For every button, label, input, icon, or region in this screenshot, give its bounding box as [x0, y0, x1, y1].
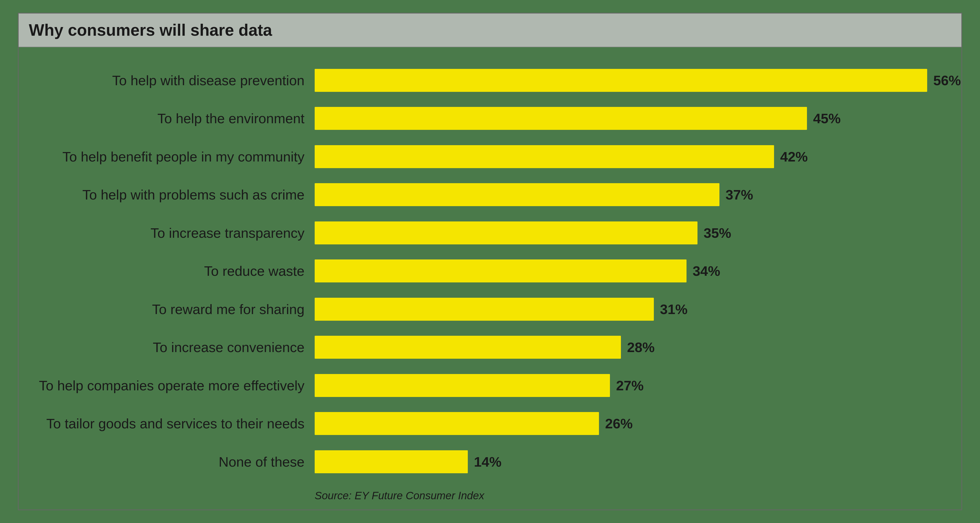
- bar-fill: [315, 107, 807, 130]
- bar-label: To reduce waste: [34, 263, 315, 279]
- bar-track: 14%: [315, 450, 946, 473]
- bar-row: To help companies operate more effective…: [34, 370, 946, 401]
- bar-fill: [315, 259, 687, 282]
- bar-row: To help with problems such as crime37%: [34, 180, 946, 210]
- bar-label: To reward me for sharing: [34, 301, 315, 317]
- chart-source: Source: EY Future Consumer Index: [34, 485, 946, 504]
- bar-row: To help the environment45%: [34, 103, 946, 134]
- bar-row: To tailor goods and services to their ne…: [34, 408, 946, 439]
- bar-row: None of these14%: [34, 447, 946, 477]
- bar-track: 45%: [315, 107, 946, 130]
- bar-track: 28%: [315, 336, 946, 359]
- bar-fill: [315, 221, 697, 245]
- bar-value: 27%: [616, 378, 644, 393]
- bar-value: 28%: [627, 339, 655, 355]
- bar-label: To increase transparency: [34, 225, 315, 241]
- bar-label: To increase convenience: [34, 339, 315, 355]
- bar-fill: [315, 298, 654, 321]
- chart-container: Why consumers will share data To help wi…: [18, 13, 962, 510]
- bar-track: 56%: [315, 69, 961, 92]
- bar-row: To reward me for sharing31%: [34, 294, 946, 324]
- bar-track: 26%: [315, 412, 946, 435]
- bar-track: 27%: [315, 374, 946, 397]
- bar-label: None of these: [34, 454, 315, 470]
- bar-fill: [315, 374, 610, 397]
- bar-value: 14%: [474, 454, 501, 470]
- bar-value: 26%: [605, 416, 633, 431]
- bar-row: To increase convenience28%: [34, 332, 946, 362]
- bar-label: To help with disease prevention: [34, 72, 315, 88]
- bar-value: 45%: [813, 110, 841, 126]
- bar-row: To increase transparency35%: [34, 218, 946, 248]
- bar-value: 31%: [660, 301, 687, 317]
- chart-title: Why consumers will share data: [29, 21, 272, 39]
- bar-value: 56%: [933, 72, 961, 88]
- bars-area: To help with disease prevention56%To hel…: [34, 57, 946, 485]
- bar-row: To help with disease prevention56%: [34, 65, 946, 96]
- bar-value: 42%: [780, 149, 808, 165]
- bar-label: To help the environment: [34, 110, 315, 126]
- bar-row: To reduce waste34%: [34, 256, 946, 286]
- bar-label: To help companies operate more effective…: [34, 378, 315, 393]
- bar-track: 42%: [315, 145, 946, 168]
- chart-body: To help with disease prevention56%To hel…: [19, 47, 961, 509]
- bar-value: 35%: [703, 225, 731, 241]
- bar-track: 35%: [315, 221, 946, 245]
- bar-track: 37%: [315, 183, 946, 206]
- bar-fill: [315, 183, 719, 206]
- bar-row: To help benefit people in my community42…: [34, 141, 946, 172]
- bar-label: To help with problems such as crime: [34, 187, 315, 203]
- bar-fill: [315, 450, 468, 473]
- bar-track: 31%: [315, 298, 946, 321]
- bar-fill: [315, 69, 927, 92]
- bar-fill: [315, 145, 774, 168]
- bar-value: 37%: [725, 187, 753, 203]
- bar-fill: [315, 412, 599, 435]
- bar-track: 34%: [315, 259, 946, 282]
- bar-fill: [315, 336, 621, 359]
- bar-value: 34%: [693, 263, 720, 279]
- bar-label: To help benefit people in my community: [34, 149, 315, 165]
- bar-label: To tailor goods and services to their ne…: [34, 416, 315, 431]
- chart-title-bar: Why consumers will share data: [19, 14, 961, 47]
